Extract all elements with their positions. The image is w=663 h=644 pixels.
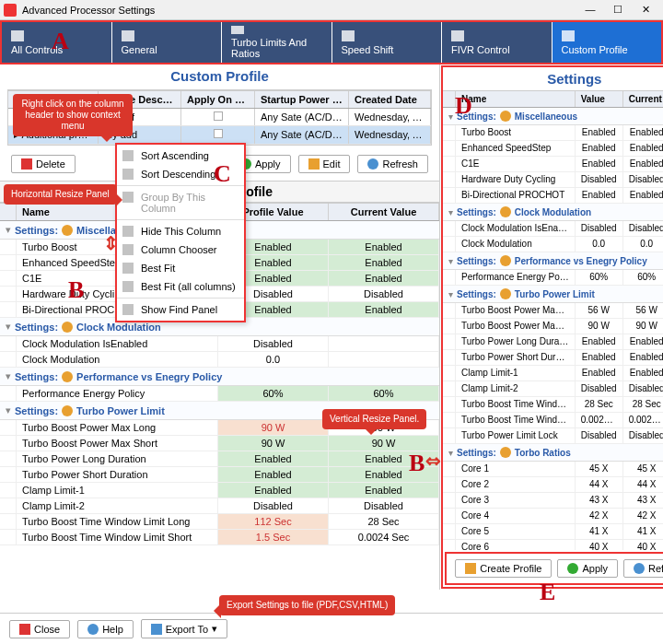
- menu-item-icon: [122, 244, 134, 255]
- edit-button[interactable]: Edit: [298, 155, 351, 173]
- setting-row[interactable]: Turbo Boost Time Wind…28 Sec28 Sec: [443, 397, 663, 413]
- app-icon: [4, 4, 17, 17]
- col-startup-state[interactable]: Startup Power State: [255, 91, 349, 108]
- setting-row[interactable]: Clock Modulation0.0: [0, 352, 439, 368]
- setting-row[interactable]: Core 442 X42 X: [443, 509, 663, 524]
- setting-row[interactable]: Turbo Power Short Dur…EnabledEnabled: [443, 350, 663, 366]
- letter-a: A: [52, 28, 69, 55]
- check-icon: [567, 563, 578, 574]
- setting-row[interactable]: Clock Modulation IsEna…DisabledDisabled: [443, 221, 663, 237]
- menu-column-chooser[interactable]: Column Chooser: [117, 240, 244, 259]
- tab-label: Turbo Limits And Ratios: [231, 37, 322, 59]
- help-button[interactable]: Help: [77, 620, 134, 638]
- close-button[interactable]: ✕: [632, 1, 659, 19]
- menu-group-by-this-column: Group By This Column: [117, 188, 244, 217]
- tab-general[interactable]: General: [112, 22, 223, 63]
- setting-row[interactable]: Clamp Limit-2DisabledDisabled: [443, 381, 663, 397]
- setting-row[interactable]: Turbo Power Long DurationEnabledEnabled: [0, 451, 439, 467]
- menu-hide-this-column[interactable]: Hide This Column: [117, 222, 244, 240]
- refresh-button[interactable]: Refresh: [357, 155, 428, 173]
- delete-icon: [21, 158, 32, 170]
- refresh-settings-button[interactable]: Refresh: [623, 559, 663, 578]
- setting-row[interactable]: Core 244 X44 X: [443, 477, 663, 493]
- gear-icon: [500, 111, 511, 122]
- tab-speed-shift[interactable]: Speed Shift: [332, 22, 443, 63]
- r-col-current[interactable]: Current: [623, 91, 663, 107]
- apply-settings-button[interactable]: Apply: [557, 559, 618, 578]
- setting-row[interactable]: Turbo Boost Time Wind…0.0024 Sec0.0024…: [443, 413, 663, 428]
- tab-label: Speed Shift: [342, 44, 433, 55]
- tab-icon: [562, 30, 575, 41]
- letter-d: D: [455, 92, 472, 120]
- setting-row[interactable]: Clamp Limit-1EnabledEnabled: [443, 366, 663, 381]
- group-header[interactable]: ▾Settings: Performance vs Enegry Policy: [443, 252, 663, 270]
- setting-row[interactable]: C1EEnabledEnabled: [443, 157, 663, 172]
- col-apply-startup[interactable]: Apply On Startup: [181, 91, 255, 108]
- menu-item-icon: [122, 304, 134, 315]
- chevron-down-icon: ▾: [6, 224, 11, 236]
- menu-item-icon: [122, 281, 134, 292]
- setting-row[interactable]: Turbo Boost Time Window Limit Long112 Se…: [0, 514, 439, 530]
- create-icon: [465, 563, 476, 574]
- setting-row[interactable]: Clamp Limit-1EnabledEnabled: [0, 483, 439, 498]
- setting-row[interactable]: Clock Modulation0.00.0: [443, 237, 663, 252]
- group-header[interactable]: ▾Settings: Torbo Ratios: [443, 444, 663, 462]
- setting-row[interactable]: Turbo Boost Power Ma…90 W90 W: [443, 319, 663, 334]
- tab-fivr-control[interactable]: FIVR Control: [442, 22, 552, 63]
- delete-button[interactable]: Delete: [11, 155, 76, 173]
- minimize-button[interactable]: —: [576, 1, 604, 19]
- tab-custom-profile[interactable]: Custom Profile: [552, 22, 662, 63]
- r-col-value[interactable]: Value: [576, 91, 623, 107]
- setting-row[interactable]: Performance Energy Policy60%60%: [0, 386, 439, 402]
- maximize-button[interactable]: ☐: [604, 1, 632, 19]
- tab-label: FIVR Control: [451, 44, 542, 55]
- create-profile-button[interactable]: Create Profile: [455, 559, 552, 578]
- close-icon: [19, 624, 30, 635]
- col-created-date[interactable]: Created Date: [349, 91, 431, 108]
- r-col-name[interactable]: Name: [456, 91, 576, 107]
- chevron-down-icon: ▾: [448, 207, 453, 217]
- setting-row[interactable]: Core 541 X41 X: [443, 524, 663, 540]
- setting-row[interactable]: Enhanced SpeedStepEnabledEnabled: [443, 141, 663, 157]
- group-header[interactable]: ▾Settings: Miscellaneous: [443, 108, 663, 125]
- setting-row[interactable]: Clamp Limit-2DisabledDisabled: [0, 498, 439, 514]
- setting-row[interactable]: Core 343 X43 X: [443, 493, 663, 509]
- menu-item-icon: [122, 226, 134, 237]
- setting-row[interactable]: Turbo BoostEnabledEnabled: [443, 125, 663, 141]
- export-button[interactable]: Export To ▾: [141, 619, 227, 638]
- group-header[interactable]: ▾Settings: Clock Modulation: [443, 204, 663, 221]
- setting-row[interactable]: Core 640 X40 X: [443, 540, 663, 550]
- group-header[interactable]: ▾Settings: Performance vs Enegry Policy: [0, 368, 439, 386]
- setting-row[interactable]: Bi-Directional PROCHOTEnabledEnabled: [443, 188, 663, 204]
- setting-row[interactable]: Turbo Boost Time Window Limit Short1.5 S…: [0, 530, 439, 545]
- close-app-button[interactable]: Close: [9, 620, 70, 638]
- export-icon: [151, 624, 162, 635]
- chevron-down-icon: ▾: [6, 404, 11, 416]
- setting-row[interactable]: Turbo Power Long Dura…EnabledEnabled: [443, 334, 663, 350]
- setting-row[interactable]: Turbo Boost Power Ma…56 W56 W: [443, 303, 663, 319]
- gear-icon: [62, 225, 73, 236]
- setting-row[interactable]: Core 145 X45 X: [443, 462, 663, 477]
- chevron-down-icon: ▾: [212, 623, 217, 635]
- tab-icon: [451, 30, 464, 41]
- bottom-bar: Close Help Export To ▾: [0, 613, 663, 644]
- tab-icon: [231, 26, 244, 34]
- refresh-icon: [367, 158, 378, 170]
- checkbox[interactable]: [214, 111, 223, 121]
- menu-best-fit-all-columns-[interactable]: Best Fit (all columns): [117, 277, 244, 296]
- setting-row[interactable]: Hardware Duty CyclingDisabledDisabled: [443, 172, 663, 188]
- col-current-value[interactable]: Current Value: [329, 204, 439, 220]
- menu-best-fit[interactable]: Best Fit: [117, 259, 244, 277]
- setting-row[interactable]: Turbo Power Short DurationEnabledEnabled: [0, 467, 439, 483]
- setting-row[interactable]: Performance Energy Po…60%60%: [443, 270, 663, 286]
- setting-row[interactable]: Turbo Power Limit LockDisabledDisabled: [443, 428, 663, 444]
- setting-row[interactable]: Clock Modulation IsEnabledDisabled: [0, 336, 439, 352]
- resize-arrow-icon: ⇔: [425, 450, 441, 472]
- right-title: Settings: [443, 67, 663, 90]
- checkbox[interactable]: [214, 129, 223, 138]
- group-header[interactable]: ▾Settings: Turbo Power Limit: [443, 286, 663, 303]
- chevron-down-icon: ▾: [448, 256, 453, 266]
- tab-turbo-limits-and-ratios[interactable]: Turbo Limits And Ratios: [222, 22, 332, 63]
- letter-b: B: [68, 276, 84, 304]
- menu-show-find-panel[interactable]: Show Find Panel: [117, 300, 244, 319]
